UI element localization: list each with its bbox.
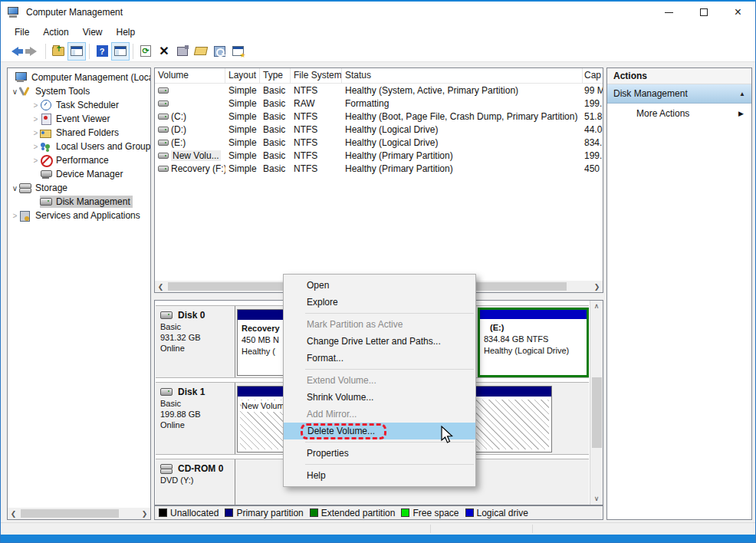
table-row-new-volume[interactable]: New Volu... Simple Basic NTFS Healthy (P… — [155, 149, 603, 162]
forward-arrow-icon[interactable] — [24, 42, 42, 61]
scroll-right-icon[interactable]: ❯ — [591, 283, 603, 291]
disk1-label[interactable]: Disk 1 Basic 199.88 GB Online — [156, 383, 235, 454]
tree-item-services-and-applications[interactable]: > Services and Applications — [8, 209, 150, 222]
menu-item-mark-partition-active: Mark Partition as Active — [284, 316, 475, 333]
more-actions-item[interactable]: More Actions ▶ — [607, 104, 751, 123]
disk-pane-vertical-scrollbar[interactable]: ∧ ∨ — [590, 301, 603, 505]
partition-legend: Unallocated Primary partition Extended p… — [154, 505, 603, 520]
computer-icon — [8, 7, 20, 18]
scroll-up-icon[interactable]: ∧ — [590, 301, 603, 312]
scroll-left-icon[interactable]: ❮ — [155, 283, 166, 291]
column-layout[interactable]: Layout — [225, 68, 260, 83]
tree-item-local-users-and-groups[interactable]: > Local Users and Groups — [8, 140, 150, 153]
refresh-icon[interactable]: ⟳ — [136, 42, 155, 61]
actions-group-disk-management[interactable]: Disk Management ▲ — [607, 84, 751, 104]
scroll-left-icon[interactable]: ❮ — [8, 510, 19, 518]
chevron-down-icon[interactable]: ∨ — [11, 87, 19, 96]
show-console-tree-icon[interactable] — [67, 42, 86, 61]
partition-e-volume[interactable]: (E:) 834.84 GB NTFS Healthy (Logical Dri… — [478, 308, 589, 377]
table-row[interactable]: Simple Basic NTFS Healthy (System, Activ… — [155, 84, 603, 97]
tree-item-computer-management[interactable]: Computer Management (Local — [8, 71, 150, 84]
column-type[interactable]: Type — [260, 68, 291, 83]
delete-icon[interactable]: ✕ — [155, 42, 173, 61]
computer-management-window: Computer Management × File Action View H… — [0, 0, 756, 543]
back-arrow-icon[interactable] — [5, 42, 24, 61]
tree-item-task-scheduler[interactable]: > Task Scheduler — [8, 98, 150, 112]
menu-item-help[interactable]: Help — [284, 467, 475, 484]
scroll-right-icon[interactable]: ❯ — [139, 510, 150, 518]
actions-header: Actions — [607, 68, 751, 84]
column-capacity[interactable]: Cap — [583, 68, 603, 83]
volume-list-header: Volume Layout Type File System Status Ca… — [155, 68, 603, 84]
menu-file[interactable]: File — [8, 25, 36, 40]
title-bar: Computer Management × — [1, 2, 755, 23]
table-row[interactable]: (E:) Simple Basic NTFS Healthy (Logical … — [155, 136, 603, 149]
scrollbar-thumb[interactable] — [21, 509, 119, 518]
partition-color-band — [480, 310, 587, 319]
maximize-button[interactable] — [686, 2, 721, 23]
scroll-down-icon[interactable]: ∨ — [590, 493, 603, 505]
chevron-right-icon[interactable]: > — [31, 115, 40, 123]
properties-icon[interactable] — [173, 42, 192, 61]
table-row[interactable]: (D:) Simple Basic NTFS Healthy (Logical … — [155, 123, 603, 136]
disk-icon — [40, 196, 52, 207]
help-icon[interactable]: ? — [93, 42, 111, 61]
users-icon — [40, 141, 52, 152]
menu-view[interactable]: View — [76, 25, 110, 40]
tree-item-performance[interactable]: > Performance — [8, 153, 150, 167]
scrollbar-thumb[interactable] — [592, 377, 602, 448]
chevron-right-icon[interactable]: > — [31, 143, 40, 151]
menu-item-add-mirror: Add Mirror... — [284, 406, 475, 423]
chevron-right-icon[interactable]: > — [11, 212, 19, 220]
menu-item-format[interactable]: Format... — [284, 350, 475, 367]
event-viewer-icon — [40, 114, 52, 124]
tree-item-system-tools[interactable]: ∨ System Tools — [8, 84, 150, 98]
chevron-right-icon[interactable]: > — [31, 101, 40, 110]
volume-context-menu: Open Explore Mark Partition as Active Ch… — [283, 274, 476, 487]
table-row[interactable]: (C:) Simple Basic NTFS Healthy (Boot, Pa… — [155, 110, 603, 123]
menu-help[interactable]: Help — [110, 25, 143, 40]
menu-item-extend-volume: Extend Volume... — [284, 372, 475, 389]
menu-item-open[interactable]: Open — [284, 277, 475, 294]
window-title: Computer Management — [26, 7, 123, 18]
column-file-system[interactable]: File System — [291, 68, 342, 83]
tools-icon — [19, 86, 31, 97]
tree-item-storage[interactable]: ∨ Storage — [8, 181, 150, 195]
table-row[interactable]: Recovery (F:) Simple Basic NTFS Healthy … — [155, 162, 603, 175]
console-tree-pane: Computer Management (Local ∨ System Tool… — [7, 67, 151, 520]
window-bottom-border — [1, 535, 755, 543]
storage-icon — [19, 183, 31, 193]
collapse-icon[interactable]: ▲ — [739, 90, 745, 97]
disk0-label[interactable]: Disk 0 Basic 931.32 GB Online — [156, 306, 235, 377]
tree-item-shared-folders[interactable]: > Shared Folders — [8, 126, 150, 140]
column-status[interactable]: Status — [342, 68, 583, 83]
open-folder-icon[interactable] — [192, 42, 210, 61]
table-row[interactable]: Simple Basic RAW Formatting 199. — [155, 97, 603, 110]
menu-action[interactable]: Action — [36, 25, 75, 40]
menu-item-change-drive-letter[interactable]: Change Drive Letter and Paths... — [284, 333, 475, 350]
chevron-right-icon[interactable]: > — [31, 129, 40, 137]
export-list-icon[interactable] — [228, 42, 247, 61]
disk-icon — [160, 310, 173, 321]
tree-item-event-viewer[interactable]: > Event Viewer — [8, 112, 150, 126]
minimize-button[interactable] — [652, 2, 686, 23]
delete-volume-highlight-box[interactable]: Delete Volume... — [301, 423, 386, 439]
tree-horizontal-scrollbar[interactable]: ❮ ❯ — [8, 508, 150, 519]
menu-item-properties[interactable]: Properties — [284, 445, 475, 462]
column-volume[interactable]: Volume — [155, 68, 225, 83]
cdrom-label[interactable]: CD-ROM 0 DVD (Y:) No Media — [156, 459, 235, 505]
legend-extended-partition: Extended partition — [310, 508, 396, 518]
menu-item-explore[interactable]: Explore — [284, 294, 475, 311]
up-one-level-icon[interactable] — [49, 42, 67, 61]
drive-icon — [158, 114, 169, 120]
device-icon — [40, 169, 52, 179]
tree-item-device-manager[interactable]: Device Manager — [8, 167, 150, 181]
chevron-right-icon[interactable]: > — [31, 156, 40, 165]
tree-item-disk-management[interactable]: Disk Management — [8, 195, 150, 209]
find-icon[interactable] — [210, 42, 228, 61]
close-button[interactable]: × — [721, 2, 755, 23]
menu-separator — [305, 464, 474, 465]
show-action-pane-icon[interactable] — [111, 42, 130, 61]
chevron-down-icon[interactable]: ∨ — [11, 184, 19, 193]
menu-item-shrink-volume[interactable]: Shrink Volume... — [284, 389, 475, 406]
